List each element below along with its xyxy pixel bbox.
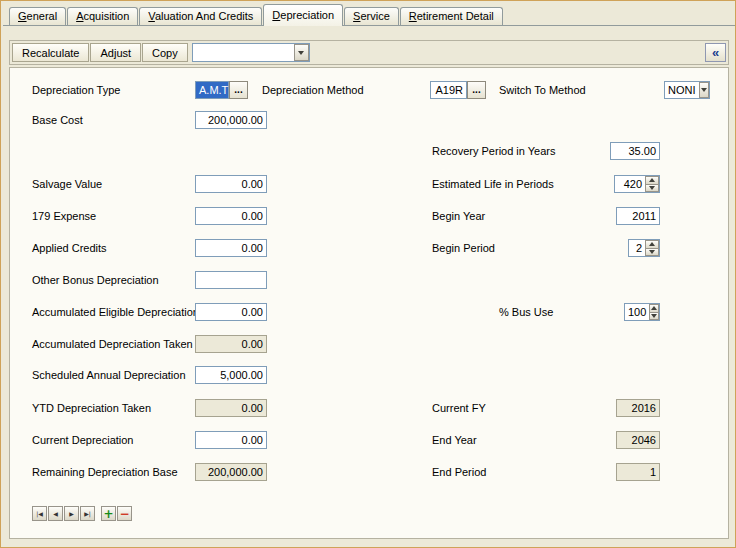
spin-down-icon: [651, 314, 657, 318]
remaining-depreciation-base-field: 200,000.00: [195, 463, 267, 481]
current-fy-label: Current FY: [432, 399, 486, 417]
depreciation-type-label: Depreciation Type: [32, 81, 120, 99]
recovery-period-field[interactable]: 35.00: [610, 142, 660, 160]
recovery-period-label: Recovery Period in Years: [432, 142, 556, 160]
current-depreciation-label: Current Depreciation: [32, 431, 134, 449]
first-record-button[interactable]: |◀: [32, 506, 47, 521]
chevron-down-icon[interactable]: [294, 44, 309, 61]
end-year-field: 2046: [616, 431, 660, 449]
tab-retirement-detail[interactable]: Retirement Detail: [400, 7, 503, 25]
depreciation-method-label: Depreciation Method: [262, 81, 364, 99]
ellipsis-icon: ...: [472, 84, 480, 95]
estimated-life-field[interactable]: 420: [614, 175, 660, 193]
begin-year-label: Begin Year: [432, 207, 485, 225]
base-cost-label: Base Cost: [32, 111, 83, 129]
current-depreciation-field[interactable]: 0.00: [195, 431, 267, 449]
end-period-field: 1: [616, 463, 660, 481]
depreciation-type-browse-button[interactable]: ...: [229, 81, 248, 99]
last-record-button[interactable]: ▶|: [80, 506, 95, 521]
begin-period-field[interactable]: 2: [628, 239, 660, 257]
begin-year-field[interactable]: 2011: [616, 207, 660, 225]
applied-credits-label: Applied Credits: [32, 239, 107, 257]
remaining-depreciation-base-label: Remaining Depreciation Base: [32, 463, 178, 481]
toolbar: Recalculate Adjust Copy «: [9, 40, 729, 65]
begin-period-spinner: [645, 240, 659, 256]
asset-detail-window: General Acquisition Valuation And Credit…: [0, 0, 736, 548]
record-navigator: |◀ ◀ ▶ ▶| + −: [32, 506, 132, 521]
179-expense-label: 179 Expense: [32, 207, 96, 225]
ytd-depreciation-taken-label: YTD Depreciation Taken: [32, 399, 151, 417]
other-bonus-depreciation-label: Other Bonus Depreciation: [32, 271, 159, 289]
spin-up-icon: [649, 178, 655, 182]
end-year-label: End Year: [432, 431, 477, 449]
ytd-depreciation-taken-field: 0.00: [195, 399, 267, 417]
estimated-life-spinner: [645, 176, 659, 192]
spin-down-icon: [649, 186, 655, 190]
base-cost-field[interactable]: 200,000.00: [195, 111, 267, 129]
begin-period-label: Begin Period: [432, 239, 495, 257]
next-record-button[interactable]: ▶: [64, 506, 79, 521]
spin-down-button[interactable]: [645, 184, 659, 193]
depreciation-type-field[interactable]: A.M.T: [195, 81, 229, 99]
tab-valuation-and-credits[interactable]: Valuation And Credits: [139, 7, 262, 25]
depreciation-method-field[interactable]: A19R: [430, 81, 467, 99]
pct-bus-use-label: % Bus Use: [499, 303, 553, 321]
collapse-panel-button[interactable]: «: [705, 43, 726, 62]
spin-down-button[interactable]: [649, 312, 659, 321]
switch-to-method-label: Switch To Method: [499, 81, 586, 99]
switch-to-method-select[interactable]: NONI: [664, 81, 710, 99]
tab-retirement-label: R: [409, 10, 417, 22]
accumulated-eligible-depreciation-label: Accumulated Eligible Depreciation: [32, 303, 199, 321]
depreciation-method-browse-button[interactable]: ...: [467, 81, 486, 99]
salvage-value-label: Salvage Value: [32, 175, 102, 193]
accumulated-depreciation-taken-label: Accumulated Depreciation Taken: [32, 335, 193, 353]
spin-up-icon: [649, 242, 655, 246]
179-expense-field[interactable]: 0.00: [195, 207, 267, 225]
applied-credits-field[interactable]: 0.00: [195, 239, 267, 257]
recalculate-button[interactable]: Recalculate: [12, 43, 89, 62]
scheduled-annual-depreciation-label: Scheduled Annual Depreciation: [32, 366, 186, 384]
delete-record-button[interactable]: −: [117, 506, 132, 521]
chevron-down-icon[interactable]: [699, 82, 710, 98]
adjust-button[interactable]: Adjust: [90, 43, 141, 62]
tab-service[interactable]: Service: [344, 7, 399, 25]
previous-record-button[interactable]: ◀: [48, 506, 63, 521]
tab-depreciation[interactable]: Depreciation: [263, 4, 343, 26]
other-bonus-depreciation-field[interactable]: [195, 271, 267, 289]
copy-button[interactable]: Copy: [142, 43, 188, 62]
add-record-button[interactable]: +: [101, 506, 116, 521]
ellipsis-icon: ...: [234, 84, 242, 95]
accumulated-depreciation-taken-field: 0.00: [195, 335, 267, 353]
pct-bus-use-spinner: [649, 304, 659, 320]
depreciation-form-panel: Depreciation Type A.M.T ... Depreciation…: [9, 67, 729, 539]
copy-target-dropdown[interactable]: [192, 43, 310, 62]
salvage-value-field[interactable]: 0.00: [195, 175, 267, 193]
end-period-label: End Period: [432, 463, 486, 481]
tab-acquisition[interactable]: Acquisition: [67, 7, 138, 25]
tab-bar: General Acquisition Valuation And Credit…: [3, 4, 735, 26]
pct-bus-use-field[interactable]: 100: [624, 303, 660, 321]
accumulated-eligible-depreciation-field[interactable]: 0.00: [195, 303, 267, 321]
tab-general-label: G: [18, 10, 27, 22]
spin-down-button[interactable]: [645, 248, 659, 257]
spin-down-icon: [649, 250, 655, 254]
tab-general[interactable]: General: [9, 7, 66, 25]
current-fy-field: 2016: [616, 399, 660, 417]
spin-up-icon: [651, 306, 657, 310]
estimated-life-label: Estimated Life in Periods: [432, 175, 554, 193]
scheduled-annual-depreciation-field[interactable]: 5,000.00: [195, 366, 267, 384]
